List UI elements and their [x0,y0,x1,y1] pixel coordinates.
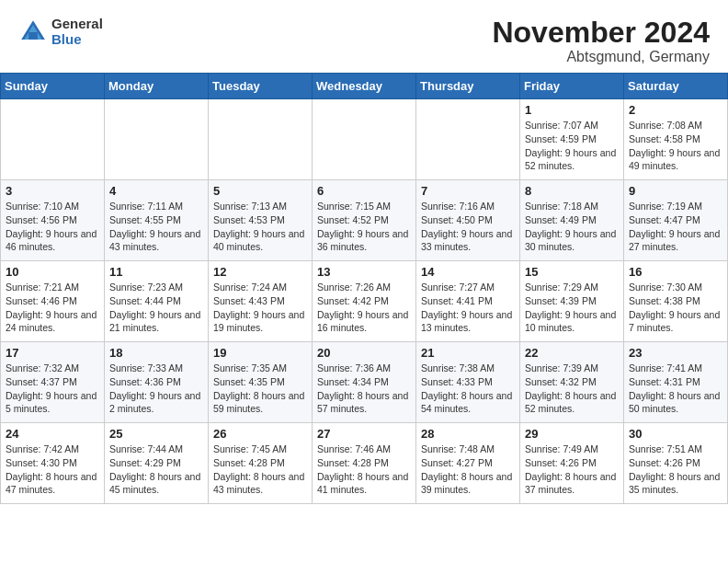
day-number: 10 [6,265,99,279]
day-number: 16 [629,265,722,279]
day-info: Sunrise: 7:38 AM Sunset: 4:33 PM Dayligh… [421,362,515,416]
calendar-cell: 22Sunrise: 7:39 AM Sunset: 4:32 PM Dayli… [520,342,624,423]
day-info: Sunrise: 7:42 AM Sunset: 4:30 PM Dayligh… [6,442,99,497]
calendar-week-1: 3Sunrise: 7:10 AM Sunset: 4:56 PM Daylig… [1,180,728,261]
day-info: Sunrise: 7:08 AM Sunset: 4:58 PM Dayligh… [629,119,722,173]
day-number: 18 [109,346,203,360]
page-title: November 2024 [492,17,710,49]
day-number: 7 [421,184,515,198]
calendar-week-0: 1Sunrise: 7:07 AM Sunset: 4:59 PM Daylig… [1,99,728,180]
day-info: Sunrise: 7:21 AM Sunset: 4:46 PM Dayligh… [6,281,99,335]
calendar-cell: 17Sunrise: 7:32 AM Sunset: 4:37 PM Dayli… [1,342,105,423]
svg-rect-2 [28,32,38,40]
calendar-cell: 7Sunrise: 7:16 AM Sunset: 4:50 PM Daylig… [416,180,520,261]
page-header: General Blue November 2024 Abtsgmund, Ge… [0,0,728,73]
logo-blue-text: Blue [51,32,103,48]
calendar-cell: 6Sunrise: 7:15 AM Sunset: 4:52 PM Daylig… [313,180,416,261]
day-number: 21 [421,346,515,360]
day-number: 26 [213,427,307,441]
calendar-cell: 4Sunrise: 7:11 AM Sunset: 4:55 PM Daylig… [105,180,209,261]
day-number: 30 [629,427,722,441]
day-number: 29 [525,427,619,441]
calendar-cell: 8Sunrise: 7:18 AM Sunset: 4:49 PM Daylig… [520,180,624,261]
calendar-week-2: 10Sunrise: 7:21 AM Sunset: 4:46 PM Dayli… [1,261,728,342]
day-info: Sunrise: 7:23 AM Sunset: 4:44 PM Dayligh… [109,281,203,335]
day-header-wednesday: Wednesday [313,74,416,99]
day-number: 4 [109,184,203,198]
calendar-cell: 1Sunrise: 7:07 AM Sunset: 4:59 PM Daylig… [520,99,624,180]
calendar-cell: 16Sunrise: 7:30 AM Sunset: 4:38 PM Dayli… [624,261,728,342]
calendar-cell: 2Sunrise: 7:08 AM Sunset: 4:58 PM Daylig… [624,99,728,180]
day-header-row: SundayMondayTuesdayWednesdayThursdayFrid… [1,74,728,99]
calendar-cell: 19Sunrise: 7:35 AM Sunset: 4:35 PM Dayli… [209,342,313,423]
day-number: 22 [525,346,619,360]
calendar-cell [313,99,416,180]
day-number: 15 [525,265,619,279]
calendar-cell: 10Sunrise: 7:21 AM Sunset: 4:46 PM Dayli… [1,261,105,342]
day-number: 13 [317,265,411,279]
day-number: 1 [525,103,619,117]
day-info: Sunrise: 7:45 AM Sunset: 4:28 PM Dayligh… [213,442,307,497]
page-subtitle: Abtsgmund, Germany [492,49,710,65]
calendar-cell: 3Sunrise: 7:10 AM Sunset: 4:56 PM Daylig… [1,180,105,261]
day-header-monday: Monday [105,74,209,99]
day-info: Sunrise: 7:49 AM Sunset: 4:26 PM Dayligh… [525,442,619,497]
day-info: Sunrise: 7:30 AM Sunset: 4:38 PM Dayligh… [629,281,722,335]
calendar-cell: 20Sunrise: 7:36 AM Sunset: 4:34 PM Dayli… [313,342,416,423]
day-number: 20 [317,346,411,360]
calendar-cell [105,99,209,180]
day-info: Sunrise: 7:36 AM Sunset: 4:34 PM Dayligh… [317,362,411,416]
logo: General Blue [18,17,103,47]
calendar-cell: 5Sunrise: 7:13 AM Sunset: 4:53 PM Daylig… [209,180,313,261]
calendar-header: SundayMondayTuesdayWednesdayThursdayFrid… [1,74,728,99]
calendar-cell: 21Sunrise: 7:38 AM Sunset: 4:33 PM Dayli… [416,342,520,423]
day-info: Sunrise: 7:19 AM Sunset: 4:47 PM Dayligh… [629,200,722,254]
day-number: 28 [421,427,515,441]
day-number: 8 [525,184,619,198]
day-header-sunday: Sunday [1,74,105,99]
day-info: Sunrise: 7:32 AM Sunset: 4:37 PM Dayligh… [6,362,99,416]
day-info: Sunrise: 7:18 AM Sunset: 4:49 PM Dayligh… [525,200,619,254]
calendar-week-3: 17Sunrise: 7:32 AM Sunset: 4:37 PM Dayli… [1,342,728,423]
day-info: Sunrise: 7:11 AM Sunset: 4:55 PM Dayligh… [109,200,203,254]
day-number: 23 [629,346,722,360]
calendar-cell [1,99,105,180]
day-info: Sunrise: 7:48 AM Sunset: 4:27 PM Dayligh… [421,442,515,497]
day-info: Sunrise: 7:44 AM Sunset: 4:29 PM Dayligh… [109,442,203,497]
calendar-cell: 15Sunrise: 7:29 AM Sunset: 4:39 PM Dayli… [520,261,624,342]
day-number: 6 [317,184,411,198]
day-header-thursday: Thursday [416,74,520,99]
calendar-cell: 13Sunrise: 7:26 AM Sunset: 4:42 PM Dayli… [313,261,416,342]
day-info: Sunrise: 7:41 AM Sunset: 4:31 PM Dayligh… [629,362,722,416]
day-number: 19 [213,346,307,360]
day-header-friday: Friday [520,74,624,99]
day-number: 24 [6,427,99,441]
day-info: Sunrise: 7:10 AM Sunset: 4:56 PM Dayligh… [6,200,99,254]
day-header-saturday: Saturday [624,74,728,99]
calendar-cell: 12Sunrise: 7:24 AM Sunset: 4:43 PM Dayli… [209,261,313,342]
day-number: 9 [629,184,722,198]
day-info: Sunrise: 7:33 AM Sunset: 4:36 PM Dayligh… [109,362,203,416]
day-number: 3 [6,184,99,198]
calendar-table: SundayMondayTuesdayWednesdayThursdayFrid… [0,73,728,504]
day-info: Sunrise: 7:35 AM Sunset: 4:35 PM Dayligh… [213,362,307,416]
day-info: Sunrise: 7:51 AM Sunset: 4:26 PM Dayligh… [629,442,722,497]
day-number: 27 [317,427,411,441]
calendar-body: 1Sunrise: 7:07 AM Sunset: 4:59 PM Daylig… [1,99,728,504]
title-area: November 2024 Abtsgmund, Germany [492,17,710,65]
day-info: Sunrise: 7:26 AM Sunset: 4:42 PM Dayligh… [317,281,411,335]
day-info: Sunrise: 7:16 AM Sunset: 4:50 PM Dayligh… [421,200,515,254]
day-number: 2 [629,103,722,117]
day-info: Sunrise: 7:07 AM Sunset: 4:59 PM Dayligh… [525,119,619,173]
calendar-cell: 24Sunrise: 7:42 AM Sunset: 4:30 PM Dayli… [1,423,105,504]
calendar-cell: 18Sunrise: 7:33 AM Sunset: 4:36 PM Dayli… [105,342,209,423]
calendar-cell: 26Sunrise: 7:45 AM Sunset: 4:28 PM Dayli… [209,423,313,504]
day-number: 5 [213,184,307,198]
logo-text: General Blue [51,17,103,47]
day-number: 11 [109,265,203,279]
calendar-cell: 30Sunrise: 7:51 AM Sunset: 4:26 PM Dayli… [624,423,728,504]
day-info: Sunrise: 7:15 AM Sunset: 4:52 PM Dayligh… [317,200,411,254]
calendar-cell: 28Sunrise: 7:48 AM Sunset: 4:27 PM Dayli… [416,423,520,504]
calendar-cell [209,99,313,180]
day-info: Sunrise: 7:27 AM Sunset: 4:41 PM Dayligh… [421,281,515,335]
